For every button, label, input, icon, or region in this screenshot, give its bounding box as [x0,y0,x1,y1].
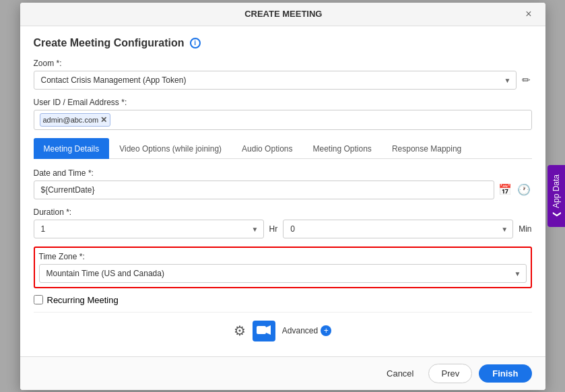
prev-button[interactable]: Prev [428,364,472,383]
user-id-tag-input[interactable]: admin@abc.com ✕ [34,110,532,130]
calendar-icon-button[interactable]: 📅 [497,182,513,197]
modal-footer: Cancel Prev Finish [20,356,545,390]
svg-rect-0 [257,326,266,334]
date-time-field-group: Date and Time *: 📅 🕐 [34,168,532,199]
user-id-field-group: User ID / Email Address *: admin@abc.com… [34,98,532,130]
modal-title: CREATE MEETING [44,9,523,19]
email-tag: admin@abc.com ✕ [40,113,111,127]
modal-header: CREATE MEETING × [20,3,545,26]
zoom-label: Zoom *: [34,59,532,68]
app-data-label: App Data [552,174,561,208]
email-tag-value: admin@abc.com [43,116,99,124]
tab-meeting-options[interactable]: Meeting Options [302,138,381,159]
duration-hr-select-wrapper: 1 2 [34,220,264,238]
zoom-select-wrapper: Contact Crisis Management (App Token) [34,71,517,90]
zoom-field-group: Zoom *: Contact Crisis Management (App T… [34,59,532,90]
duration-min-select[interactable]: 0 15 30 45 [283,220,513,238]
remove-email-tag-button[interactable]: ✕ [100,115,107,125]
user-id-label: User ID / Email Address *: [34,98,532,107]
tabs-bar: Meeting Details Video Options (while joi… [34,138,532,159]
section-title: Create Meeting Configuration i [34,37,532,49]
duration-label: Duration *: [34,207,532,217]
zoom-select[interactable]: Contact Crisis Management (App Token) [34,71,517,90]
timezone-select[interactable]: Mountain Time (US and Canada) [39,264,527,283]
tab-audio-options[interactable]: Audio Options [232,138,302,159]
tab-video-options[interactable]: Video Options (while joining) [109,138,232,159]
timezone-label: Time Zone *: [39,252,527,261]
timezone-select-wrapper: Mountain Time (US and Canada) [39,264,527,283]
duration-hr-select[interactable]: 1 2 [34,220,264,238]
edit-zoom-button[interactable]: ✏ [521,74,532,86]
tab-meeting-details[interactable]: Meeting Details [34,138,110,159]
advanced-plus-icon: + [321,325,331,336]
settings-icon-button[interactable]: ⚙ [234,323,246,339]
svg-marker-1 [266,325,271,335]
cancel-button[interactable]: Cancel [378,364,422,383]
duration-min-select-wrapper: 0 15 30 45 [283,220,513,238]
date-time-input[interactable] [34,181,494,199]
video-icon-button[interactable] [253,321,275,341]
recurring-meeting-row: Recurring Meeting [34,295,532,305]
recurring-meeting-label: Recurring Meeting [47,295,119,305]
app-data-chevron-icon: ❮ [552,211,561,218]
datetime-row: 📅 🕐 [34,181,532,199]
min-label: Min [519,224,531,234]
advanced-button[interactable]: Advanced + [282,325,331,336]
clock-icon-button[interactable]: 🕐 [516,182,532,197]
info-icon[interactable]: i [190,38,201,48]
finish-button[interactable]: Finish [479,364,531,383]
app-data-tab[interactable]: ❮ App Data [547,165,565,227]
advanced-label: Advanced [282,326,318,335]
tab-response-mapping[interactable]: Response Mapping [382,138,471,159]
create-meeting-modal: CREATE MEETING × Create Meeting Configur… [20,3,545,390]
duration-field-group: Duration *: 1 2 Hr 0 15 30 [34,207,532,238]
timezone-highlighted-box: Time Zone *: Mountain Time (US and Canad… [34,247,532,288]
zoom-row: Contact Crisis Management (App Token) ✏ [34,71,532,90]
duration-row: 1 2 Hr 0 15 30 45 Min [34,220,532,238]
recurring-meeting-checkbox[interactable] [34,295,43,304]
close-button[interactable]: × [523,8,534,20]
hr-label: Hr [269,224,278,234]
modal-body: Create Meeting Configuration i Zoom *: C… [20,26,545,356]
date-time-label: Date and Time *: [34,168,532,178]
bottom-icons-row: ⚙ Advanced + [34,312,532,346]
